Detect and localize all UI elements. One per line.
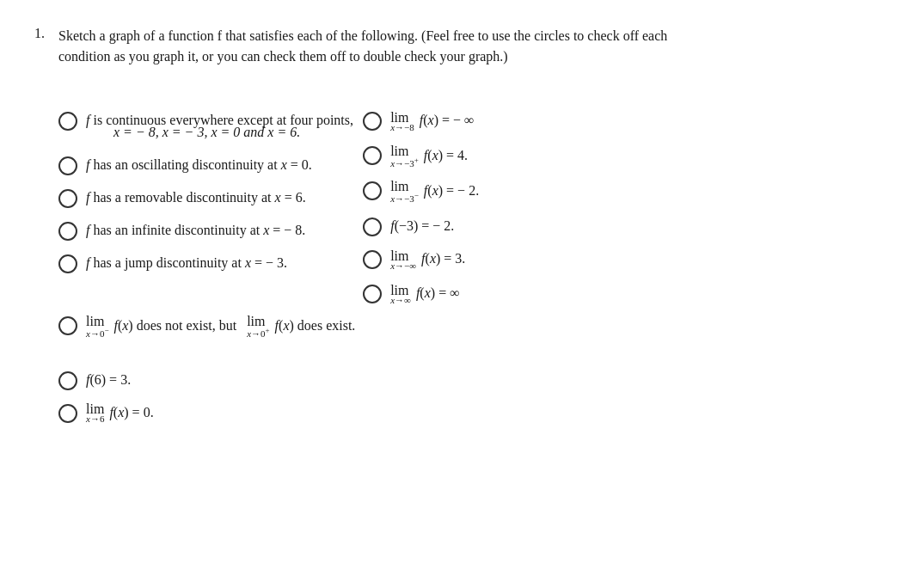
condition-text: f has an oscillating discontinuity at x …: [86, 155, 312, 175]
condition-text: lim x→∞ f(x) = ∞: [390, 283, 459, 305]
checkbox-circle[interactable]: [58, 371, 77, 390]
checkbox-circle[interactable]: [363, 217, 382, 236]
checkbox-circle[interactable]: [363, 146, 382, 165]
question-container: 1. Sketch a graph of a function f that s…: [34, 26, 867, 424]
checkbox-circle[interactable]: [58, 156, 77, 175]
list-item: f has an oscillating discontinuity at x …: [58, 155, 363, 175]
list-item: lim x→6 f(x) = 0.: [58, 402, 363, 425]
condition-text: f has an infinite discontinuity at x = −…: [86, 220, 305, 241]
list-item: f has a removable discontinuity at x = 6…: [58, 187, 363, 208]
condition-text: f has a jump discontinuity at x = − 3.: [86, 253, 287, 273]
list-item: f has a jump discontinuity at x = − 3.: [58, 253, 363, 273]
list-item: lim x→−∞ f(x) = 3.: [363, 248, 667, 271]
checkbox-circle[interactable]: [363, 112, 382, 131]
condition-text: lim x→−8 f(x) = − ∞: [390, 110, 474, 132]
list-item: lim x→−8 f(x) = − ∞: [363, 110, 667, 132]
checkbox-circle[interactable]: [58, 404, 77, 423]
checkbox-circle[interactable]: [58, 189, 77, 208]
conditions-layout: f is continuous everywhere except at fou…: [58, 110, 667, 424]
right-conditions: lim x→−8 f(x) = − ∞ lim x→−3+ f(x): [363, 110, 667, 424]
checkbox-circle[interactable]: [58, 222, 77, 241]
list-item: lim x→−3− f(x) = − 2.: [363, 180, 667, 204]
question-text-line2: condition as you graph it, or you can ch…: [58, 46, 667, 67]
condition-text: f(6) = 3.: [86, 370, 131, 390]
list-item: f(6) = 3.: [58, 370, 363, 390]
condition-text: lim x→0− f(x) does not exist, but lim x→…: [86, 315, 355, 339]
question-number: 1.: [34, 26, 52, 424]
condition-text: lim x→−3− f(x) = − 2.: [390, 180, 479, 204]
left-conditions: f is continuous everywhere except at fou…: [58, 110, 363, 424]
list-item: lim x→0− f(x) does not exist, but lim x→…: [58, 315, 363, 339]
condition-text: f has a removable discontinuity at x = 6…: [86, 187, 306, 208]
checkbox-circle[interactable]: [363, 181, 382, 200]
list-item: f is continuous everywhere except at fou…: [58, 110, 363, 143]
condition-text: lim x→6 f(x) = 0.: [86, 402, 154, 425]
checkbox-circle[interactable]: [58, 254, 77, 273]
checkbox-circle[interactable]: [363, 250, 382, 269]
list-item: f has an infinite discontinuity at x = −…: [58, 220, 363, 241]
condition-text: lim x→−∞ f(x) = 3.: [390, 248, 465, 271]
list-item: lim x→−3+ f(x) = 4.: [363, 144, 667, 168]
list-item: f(−3) = − 2.: [363, 216, 667, 236]
checkbox-circle[interactable]: [58, 112, 77, 131]
condition-text: lim x→−3+ f(x) = 4.: [390, 144, 468, 168]
question-text-line1: Sketch a graph of a function f that sati…: [58, 26, 667, 46]
list-item: lim x→∞ f(x) = ∞: [363, 283, 667, 305]
checkbox-circle[interactable]: [58, 316, 77, 335]
checkbox-circle[interactable]: [363, 285, 382, 303]
condition-text: f(−3) = − 2.: [390, 216, 454, 236]
